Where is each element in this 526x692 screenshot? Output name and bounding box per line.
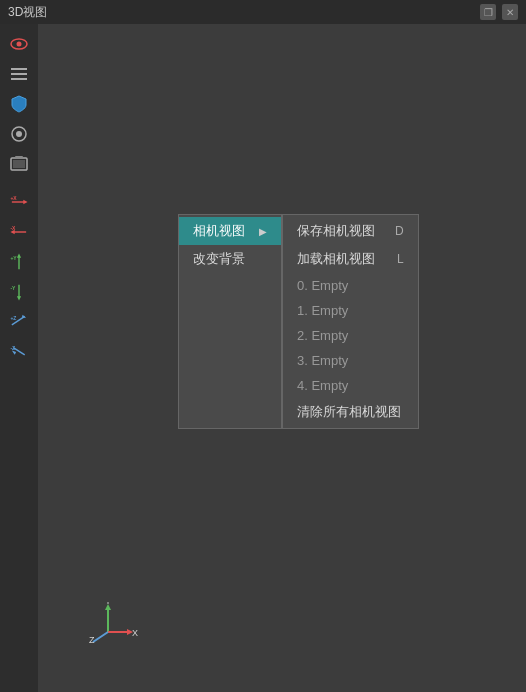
menu-item-slot0[interactable]: 0. Empty bbox=[283, 273, 418, 298]
context-menu-level2: 保存相机视图 D 加载相机视图 L 0. Empty 1. Empty 2. E… bbox=[282, 214, 419, 429]
svg-marker-21 bbox=[17, 296, 21, 300]
plus-x-icon[interactable]: +X bbox=[5, 188, 33, 216]
menu-item-slot4[interactable]: 4. Empty bbox=[283, 373, 418, 398]
close-button[interactable]: ✕ bbox=[502, 4, 518, 20]
circle-icon[interactable] bbox=[5, 120, 33, 148]
svg-rect-9 bbox=[15, 156, 23, 159]
menu-item-clear-all[interactable]: 清除所有相机视图 bbox=[283, 398, 418, 426]
svg-marker-12 bbox=[23, 200, 27, 204]
svg-text:Y: Y bbox=[105, 602, 111, 606]
svg-text:-Y: -Y bbox=[10, 285, 16, 291]
title-controls: ❐ ✕ bbox=[480, 4, 518, 20]
minus-y-icon[interactable]: -Y bbox=[5, 278, 33, 306]
context-menu-level1: 相机视图 ▶ 改变背景 bbox=[178, 214, 282, 429]
svg-marker-24 bbox=[22, 315, 26, 318]
axis-indicator: Y X Z bbox=[88, 602, 138, 642]
list-icon[interactable] bbox=[5, 60, 33, 88]
svg-point-6 bbox=[16, 131, 22, 137]
shield-icon[interactable] bbox=[5, 90, 33, 118]
svg-text:-X: -X bbox=[10, 225, 16, 231]
svg-marker-27 bbox=[12, 351, 16, 355]
menu-item-save-camera[interactable]: 保存相机视图 D bbox=[283, 217, 418, 245]
menu-item-camera-view[interactable]: 相机视图 ▶ bbox=[179, 217, 281, 245]
svg-text:+Y: +Y bbox=[10, 255, 17, 261]
menu-item-change-bg[interactable]: 改变背景 bbox=[179, 245, 281, 273]
plus-z-icon[interactable]: +Z bbox=[5, 308, 33, 336]
sidebar: +X -X +Y -Y +Z bbox=[0, 24, 38, 692]
menu-item-slot3[interactable]: 3. Empty bbox=[283, 348, 418, 373]
minus-z-icon[interactable]: -Z bbox=[5, 338, 33, 366]
minus-x-icon[interactable]: -X bbox=[5, 218, 33, 246]
svg-text:Z: Z bbox=[89, 635, 95, 644]
menu-item-slot1[interactable]: 1. Empty bbox=[283, 298, 418, 323]
svg-rect-2 bbox=[11, 68, 27, 70]
svg-text:+X: +X bbox=[10, 195, 17, 201]
eye-icon[interactable] bbox=[5, 30, 33, 58]
svg-point-1 bbox=[17, 42, 22, 47]
svg-text:X: X bbox=[132, 628, 138, 638]
svg-rect-3 bbox=[11, 73, 27, 75]
svg-marker-18 bbox=[17, 253, 21, 257]
restore-button[interactable]: ❐ bbox=[480, 4, 496, 20]
svg-rect-8 bbox=[13, 160, 25, 168]
menu-item-load-camera[interactable]: 加载相机视图 L bbox=[283, 245, 418, 273]
window-title: 3D视图 bbox=[8, 4, 47, 21]
plus-y-icon[interactable]: +Y bbox=[5, 248, 33, 276]
svg-line-34 bbox=[93, 632, 108, 642]
svg-text:+Z: +Z bbox=[10, 315, 16, 321]
render-icon[interactable] bbox=[5, 150, 33, 178]
title-bar: 3D视图 ❐ ✕ bbox=[0, 0, 526, 24]
submenu-arrow: ▶ bbox=[259, 226, 267, 237]
context-menu: 相机视图 ▶ 改变背景 保存相机视图 D 加载相机视图 L 0. Empty 1… bbox=[178, 214, 419, 429]
viewport[interactable]: Y X Z 相机视图 ▶ 改变背景 保存相机视图 D bbox=[38, 24, 526, 692]
svg-rect-4 bbox=[11, 78, 27, 80]
menu-item-slot2[interactable]: 2. Empty bbox=[283, 323, 418, 348]
